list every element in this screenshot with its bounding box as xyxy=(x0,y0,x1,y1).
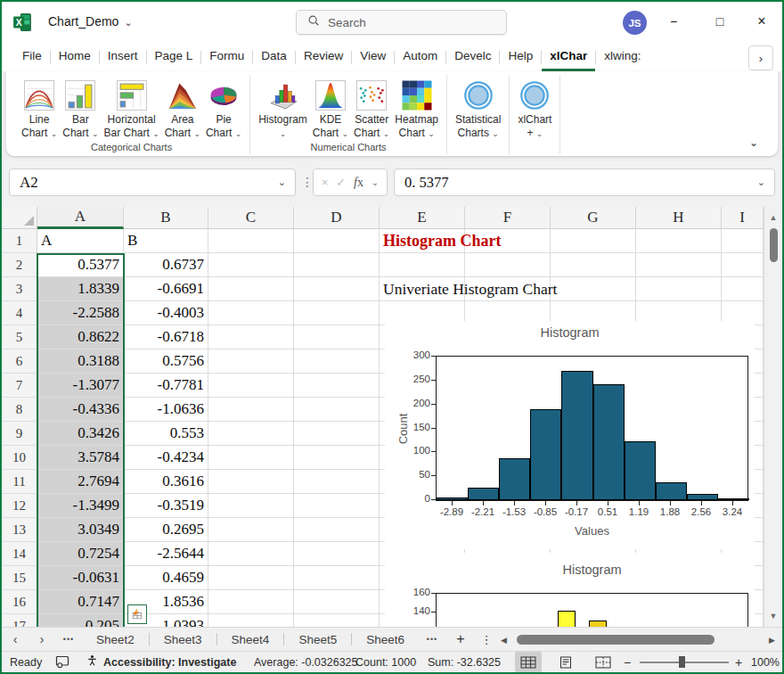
cell-D6[interactable] xyxy=(294,349,380,374)
cell-A1[interactable]: A xyxy=(37,229,124,253)
scroll-left-icon[interactable]: ◀ xyxy=(501,636,507,645)
normal-view-button[interactable] xyxy=(515,652,542,672)
row-header-12[interactable]: 12 xyxy=(2,494,37,518)
enter-check-icon[interactable]: ✓ xyxy=(336,176,346,189)
column-header-c[interactable]: C xyxy=(208,207,294,229)
cell-D10[interactable] xyxy=(294,446,380,470)
row-header-2[interactable]: 2 xyxy=(2,253,37,277)
cell-D7[interactable] xyxy=(294,374,380,398)
previous-sheet-icon[interactable]: ‹ xyxy=(2,632,29,646)
cell-A4[interactable]: -2.2588 xyxy=(37,301,124,325)
chevron-down-icon[interactable]: ⌄ xyxy=(269,177,295,188)
cell-C8[interactable] xyxy=(208,398,294,422)
all-sheets-icon[interactable]: ••• xyxy=(55,635,82,644)
cell-I2[interactable] xyxy=(722,253,764,277)
document-title[interactable]: Chart_Demo⌄ xyxy=(48,14,133,29)
cell-B10[interactable]: -0.4234 xyxy=(124,446,208,470)
cell-C3[interactable] xyxy=(208,277,294,301)
cell-A2[interactable]: 0.5377 xyxy=(37,253,124,277)
name-box[interactable]: A2 ⌄ xyxy=(9,168,296,196)
scatter-button[interactable]: ScatterChart ⌄ xyxy=(351,77,392,142)
cell-A16[interactable]: 0.7147 xyxy=(37,590,124,614)
sheet-tab-sheet4[interactable]: Sheet4 xyxy=(217,633,284,646)
tab-view[interactable]: View xyxy=(352,43,394,71)
heatmap-button[interactable]: HeatmapChart ⌄ xyxy=(392,77,441,142)
cell-C14[interactable] xyxy=(208,542,294,566)
scroll-right-icon[interactable]: ▶ xyxy=(769,636,775,645)
cell-B3[interactable]: -0.6691 xyxy=(124,277,208,301)
accessibility-status[interactable]: Accessibility: Investigate xyxy=(86,652,236,672)
row-header-11[interactable]: 11 xyxy=(2,470,37,494)
row-header-15[interactable]: 15 xyxy=(2,566,37,590)
cell-A3[interactable]: 1.8339 xyxy=(37,277,124,301)
cell-C2[interactable] xyxy=(208,253,294,277)
more-sheets-icon[interactable]: ••• xyxy=(419,635,445,644)
column-header-a[interactable]: A xyxy=(37,207,124,229)
cell-A9[interactable]: 0.3426 xyxy=(37,422,124,446)
cell-A6[interactable]: 0.3188 xyxy=(37,349,124,374)
tab-formu[interactable]: Formu xyxy=(201,43,252,71)
more-ribbon-options-button[interactable]: › xyxy=(748,45,773,70)
cell-A15[interactable]: -0.0631 xyxy=(37,566,124,590)
cell-A5[interactable]: 0.8622 xyxy=(37,325,124,349)
row-header-4[interactable]: 4 xyxy=(2,301,37,325)
cell-A14[interactable]: 0.7254 xyxy=(37,542,124,566)
row-header-8[interactable]: 8 xyxy=(2,398,37,422)
page-break-view-button[interactable] xyxy=(590,652,617,672)
histogram-chart-2[interactable]: Histogram160140 xyxy=(385,553,755,627)
drag-handle-icon[interactable]: ⋮ xyxy=(301,175,314,189)
column-header-h[interactable]: H xyxy=(636,207,722,229)
pie-button[interactable]: PieChart ⌄ xyxy=(203,77,244,142)
zoom-percentage[interactable]: 100% xyxy=(751,652,780,672)
column-header-g[interactable]: G xyxy=(551,207,636,229)
column-header-d[interactable]: D xyxy=(294,207,380,229)
column-header-e[interactable]: E xyxy=(380,207,465,229)
cell-C17[interactable] xyxy=(208,614,294,627)
cell-D4[interactable] xyxy=(294,301,380,325)
vertical-scroll-thumb[interactable] xyxy=(770,228,778,262)
cell-B12[interactable]: -0.3519 xyxy=(124,494,208,518)
cell-A10[interactable]: 3.5784 xyxy=(37,446,124,470)
next-sheet-icon[interactable]: › xyxy=(29,632,55,646)
cell-C7[interactable] xyxy=(208,374,294,398)
cell-A17[interactable]: 0.205 xyxy=(37,614,124,627)
cell-E2[interactable] xyxy=(380,253,465,277)
new-sheet-button[interactable]: + xyxy=(445,631,476,647)
cell-C12[interactable] xyxy=(208,494,294,518)
column-header-b[interactable]: B xyxy=(124,207,208,229)
cell-B11[interactable]: 0.3616 xyxy=(124,470,208,494)
cell-B15[interactable]: 0.4659 xyxy=(124,566,208,590)
cell-D9[interactable] xyxy=(294,422,380,446)
cell-G1[interactable] xyxy=(551,229,636,253)
sheet-tab-sheet2[interactable]: Sheet2 xyxy=(82,633,149,646)
cancel-icon[interactable]: × xyxy=(322,176,329,189)
close-button[interactable]: × xyxy=(743,7,780,36)
cell-D13[interactable] xyxy=(294,518,380,542)
search-input[interactable]: Search xyxy=(296,10,507,35)
cell-I1[interactable] xyxy=(722,229,764,253)
tab-help[interactable]: Help xyxy=(500,43,541,71)
cell-D15[interactable] xyxy=(294,566,380,590)
column-header-i[interactable]: I xyxy=(722,207,764,229)
tab-home[interactable]: Home xyxy=(51,43,99,71)
cell-I3[interactable] xyxy=(722,277,764,301)
cell-B14[interactable]: -2.5644 xyxy=(124,542,208,566)
cell-B9[interactable]: 0.553 xyxy=(124,422,208,446)
cell-H2[interactable] xyxy=(636,253,722,277)
tab-review[interactable]: Review xyxy=(296,43,351,71)
cell-B13[interactable]: 0.2695 xyxy=(124,518,208,542)
tab-pagel[interactable]: Page L xyxy=(147,43,201,71)
horizontal-scrollbar[interactable]: ◀▶ xyxy=(497,628,779,651)
cell-B2[interactable]: 0.6737 xyxy=(124,253,208,277)
scroll-up-icon[interactable]: ▲ xyxy=(764,213,782,222)
page-layout-view-button[interactable] xyxy=(552,652,579,672)
cell-G3[interactable] xyxy=(551,277,636,301)
tab-autom[interactable]: Autom xyxy=(395,43,445,71)
cell-C5[interactable] xyxy=(208,325,294,349)
row-header-13[interactable]: 13 xyxy=(2,518,37,542)
cell-B6[interactable]: 0.5756 xyxy=(124,349,208,374)
cell-D1[interactable] xyxy=(294,229,380,253)
quick-analysis-button[interactable] xyxy=(127,604,147,624)
sheet-options-icon[interactable]: ⋮ xyxy=(476,633,497,646)
area-button[interactable]: AreaChart ⌄ xyxy=(162,77,203,142)
